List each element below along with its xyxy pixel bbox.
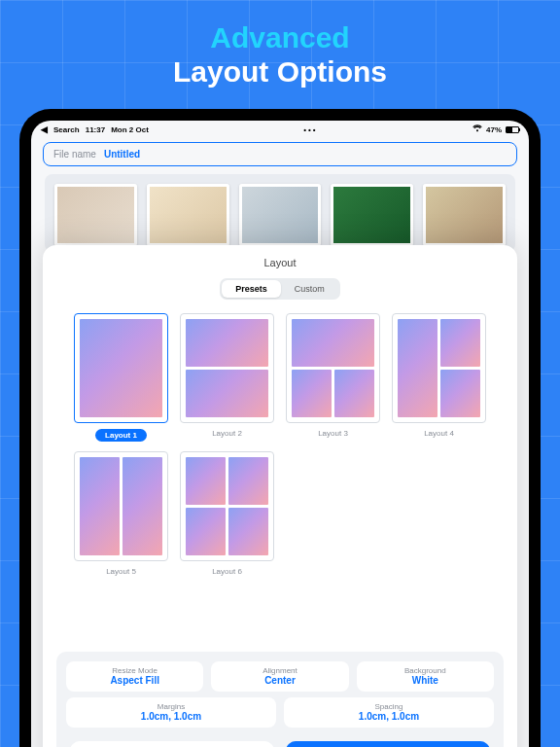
status-time: 11:37 xyxy=(86,125,105,134)
photo-thumb[interactable] xyxy=(147,184,229,246)
option-spacing[interactable]: Spacing 1.0cm, 1.0cm xyxy=(284,697,494,728)
option-resize-mode[interactable]: Resize Mode Aspect Fill xyxy=(66,661,203,692)
status-center-dots: ••• xyxy=(303,125,317,134)
status-bar: ◀ Search 11:37 Mon 2 Oct ••• 47% xyxy=(31,121,529,136)
option-background[interactable]: Background White xyxy=(357,661,494,692)
status-battery-pct: 47% xyxy=(486,125,502,134)
photo-thumb[interactable] xyxy=(54,184,137,246)
status-back-label[interactable]: Search xyxy=(53,125,80,134)
layout-label: Layout 5 xyxy=(106,567,136,576)
ipad-screen: ◀ Search 11:37 Mon 2 Oct ••• 47% File na… xyxy=(31,121,529,747)
tab-custom[interactable]: Custom xyxy=(281,280,338,298)
ipad-frame: ◀ Search 11:37 Mon 2 Oct ••• 47% File na… xyxy=(19,109,541,747)
layout-option-4[interactable]: Layout 4 xyxy=(392,313,486,442)
marketing-headline: Advanced Layout Options xyxy=(0,0,560,89)
photo-thumb[interactable] xyxy=(423,184,506,246)
filename-field[interactable]: File name Untitled xyxy=(43,142,517,166)
layout-options-panel: Resize Mode Aspect Fill Alignment Center… xyxy=(56,652,504,747)
sheet-title: Layout xyxy=(56,257,504,268)
layout-label: Layout 2 xyxy=(212,429,242,438)
layout-grid: Layout 1 Layout 2 Layout 3 Layout 4 Layo… xyxy=(56,313,504,576)
layout-label: Layout 3 xyxy=(318,429,348,438)
layout-sheet: Layout Presets Custom Layout 1 Layout 2 … xyxy=(43,245,517,747)
filename-label: File name xyxy=(53,149,96,160)
headline-line1: Advanced xyxy=(0,21,560,55)
apply-button[interactable]: Apply xyxy=(286,741,490,747)
layout-label: Layout 1 xyxy=(95,429,147,442)
layout-label: Layout 4 xyxy=(424,429,454,438)
layout-option-5[interactable]: Layout 5 xyxy=(74,451,168,576)
option-alignment[interactable]: Alignment Center xyxy=(211,661,348,692)
headline-line2: Layout Options xyxy=(0,55,560,89)
layout-label: Layout 6 xyxy=(212,567,242,576)
battery-icon xyxy=(506,126,519,133)
cancel-button[interactable]: Cancel xyxy=(70,741,274,747)
layout-option-3[interactable]: Layout 3 xyxy=(286,313,380,442)
segment-control[interactable]: Presets Custom xyxy=(220,278,340,300)
tab-presets[interactable]: Presets xyxy=(222,280,281,298)
wifi-icon xyxy=(472,124,482,134)
photo-thumb[interactable] xyxy=(331,184,413,246)
back-chevron-icon[interactable]: ◀ xyxy=(41,124,48,134)
filename-value[interactable]: Untitled xyxy=(104,149,140,160)
photo-thumbstrip xyxy=(45,174,515,252)
option-margins[interactable]: Margins 1.0cm, 1.0cm xyxy=(66,697,276,728)
layout-option-1[interactable]: Layout 1 xyxy=(74,313,168,442)
status-date: Mon 2 Oct xyxy=(111,125,149,134)
layout-option-2[interactable]: Layout 2 xyxy=(180,313,274,442)
layout-option-6[interactable]: Layout 6 xyxy=(180,451,274,576)
photo-thumb[interactable] xyxy=(239,184,322,246)
